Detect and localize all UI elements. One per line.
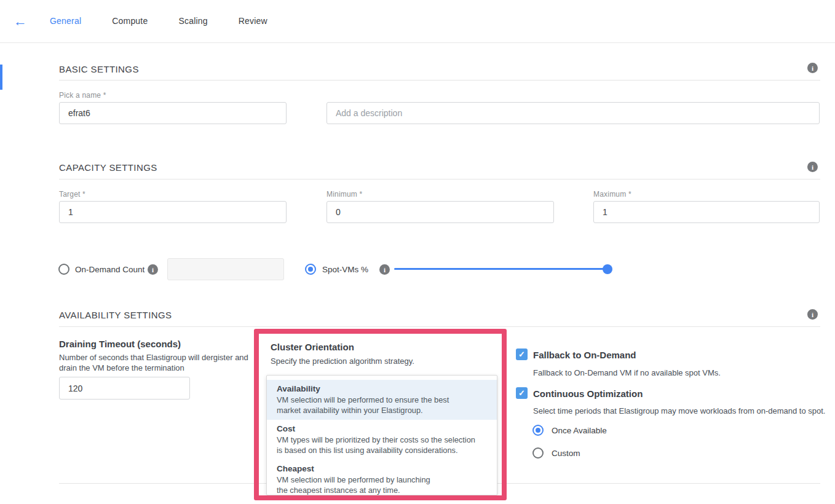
target-field-label: Target * [59, 190, 85, 199]
spot-percentage-slider[interactable] [394, 268, 607, 270]
spot-vms-label: Spot-VMs % [322, 264, 368, 275]
spot-percentage-slider-thumb[interactable] [603, 264, 612, 274]
dropdown-option-cost[interactable]: Cost VM types will be prioritized by the… [267, 420, 497, 460]
on-demand-count-input [167, 258, 284, 280]
cluster-orientation-subtitle: Specify the prediction algorithm strateg… [271, 356, 480, 367]
info-glyph: i [812, 311, 813, 318]
cluster-orientation-dropdown: Availability VM selection will be perfor… [266, 375, 497, 495]
draining-timeout-title: Draining Timeout (seconds) [59, 339, 181, 349]
capacity-settings-title: CAPACITY SETTINGS [59, 162, 157, 173]
continuous-optimization-description: Select time periods that Elastigroup may… [533, 406, 835, 417]
info-glyph: i [384, 266, 386, 274]
on-demand-count-radio[interactable] [58, 264, 69, 275]
wizard-tabs: General Compute Scaling Review [50, 16, 267, 26]
tab-compute[interactable]: Compute [112, 16, 148, 26]
fallback-on-demand-description: Fallback to On-Demand VM if no available… [533, 368, 804, 379]
info-glyph: i [152, 266, 154, 274]
fallback-on-demand-checkbox[interactable]: ✓ [516, 348, 528, 360]
on-demand-count-label: On-Demand Count [75, 264, 144, 275]
continuous-optimization-label: Continuous Optimization [533, 388, 643, 399]
option-description: VM types will be prioritized by their co… [277, 435, 487, 455]
elastigroup-creation-page: ← General Compute Scaling Review BASIC S… [0, 0, 835, 504]
draining-timeout-description: Number of seconds that Elastigroup will … [59, 353, 250, 373]
fallback-on-demand-label: Fallback to On-Demand [533, 350, 636, 360]
minimum-field-label: Minimum * [326, 190, 362, 199]
basic-settings-divider [59, 80, 820, 81]
option-name: Availability [277, 384, 487, 395]
availability-settings-title: AVAILABILITY SETTINGS [59, 310, 172, 320]
spot-vms-info-icon[interactable]: i [379, 264, 390, 275]
option-name: Cost [277, 423, 487, 435]
info-glyph: i [812, 163, 813, 171]
tab-scaling[interactable]: Scaling [178, 16, 207, 26]
basic-settings-title: BASIC SETTINGS [59, 64, 139, 74]
once-available-radio[interactable] [532, 425, 544, 436]
cluster-orientation-title: Cluster Orientation [271, 342, 354, 352]
info-glyph: i [812, 65, 813, 72]
draining-timeout-input[interactable] [59, 377, 190, 400]
spot-vms-radio[interactable] [305, 264, 316, 275]
back-arrow-icon: ← [14, 14, 27, 30]
custom-label: Custom [552, 448, 580, 459]
maximum-input[interactable] [593, 201, 820, 223]
name-input[interactable] [59, 102, 287, 124]
on-demand-count-info-icon[interactable]: i [148, 264, 158, 275]
custom-radio[interactable] [532, 447, 544, 459]
wizard-header: ← General Compute Scaling Review [0, 0, 835, 43]
tab-review[interactable]: Review [239, 16, 267, 26]
tab-general[interactable]: General [50, 16, 81, 26]
option-description: VM selection will be performed by launch… [277, 474, 487, 495]
check-icon: ✓ [518, 350, 525, 359]
active-step-indicator [0, 65, 2, 90]
capacity-settings-divider [59, 179, 820, 179]
once-available-label: Once Available [552, 425, 607, 436]
availability-settings-divider [59, 326, 820, 327]
back-button[interactable]: ← [11, 12, 30, 31]
capacity-settings-info-icon[interactable]: i [807, 162, 818, 172]
minimum-input[interactable] [326, 201, 554, 223]
basic-settings-info-icon[interactable]: i [807, 63, 818, 73]
target-input[interactable] [59, 201, 287, 223]
option-name: Cheapest [277, 463, 487, 474]
maximum-field-label: Maximum * [593, 190, 631, 199]
availability-settings-info-icon[interactable]: i [807, 309, 818, 320]
description-input[interactable] [326, 102, 820, 124]
name-field-label: Pick a name * [59, 91, 106, 100]
dropdown-option-availability[interactable]: Availability VM selection will be perfor… [267, 380, 497, 420]
check-icon: ✓ [518, 388, 525, 398]
continuous-optimization-checkbox[interactable]: ✓ [516, 387, 528, 399]
option-description: VM selection will be performed to ensure… [277, 395, 487, 415]
dropdown-option-cheapest[interactable]: Cheapest VM selection will be performed … [267, 460, 497, 500]
